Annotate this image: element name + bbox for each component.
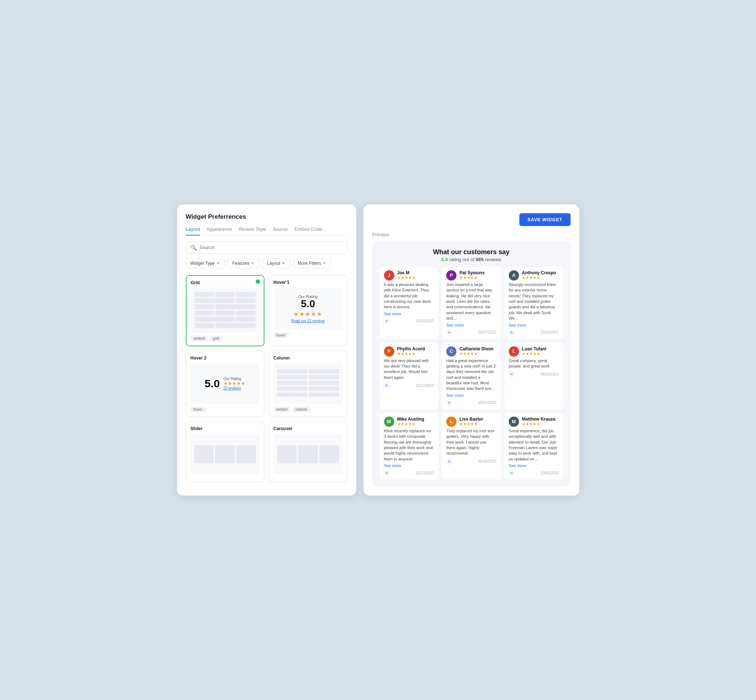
see-more-calliannie-dixon[interactable]: See more [446, 393, 496, 398]
review-date-calliannie-dixon: 10/21/2023 [478, 400, 496, 405]
reviewer-name-anthony-crespo: Anthony Crespo [522, 270, 556, 275]
review-date-joe-m: 10/30/2023 [415, 319, 434, 323]
reviewer-stars-lisa-baxter: ★★★★★ [459, 422, 483, 427]
rating-line: 5.0 rating out of 865 reviews [380, 257, 563, 262]
total-reviews: 865 [476, 257, 484, 262]
hover2-stars: ★★★★★ [223, 381, 245, 386]
grid-preview [195, 292, 256, 329]
reviewer-name-mike-austing: Mike Austing [397, 417, 424, 422]
reviewer-stars-mike-austing: ★★★★★ [397, 422, 424, 427]
see-more-mike-austing[interactable]: See more [384, 463, 434, 468]
more-filters-filter[interactable]: More Filters ▼ [293, 258, 331, 269]
tab-source[interactable]: Source [273, 227, 288, 236]
reviewer-name-luan-tufani: Luan Tufani [522, 346, 547, 352]
avatar-luan-tufani: L [509, 346, 519, 356]
preview-area: What our customers say 5.0 rating out of… [372, 241, 570, 487]
tag-embed: embed [191, 336, 208, 341]
see-more-pat-symons[interactable]: See more [446, 323, 496, 327]
review-card-pat-symons: P Pat Symons ★★★★★ Joni repaired a large… [442, 267, 501, 339]
see-more-matthew-krauza[interactable]: See more [509, 463, 559, 468]
hover1-read-reviews[interactable]: Read our 22 reviews [291, 319, 325, 323]
review-date-matthew-krauza: 10/06/2023 [540, 471, 559, 475]
review-date-luan-tufani: 09/20/2023 [540, 372, 559, 377]
review-date-mike-austing: 10/13/2023 [415, 471, 434, 475]
reviewer-header-matthew-krauza: M Matthew Krauza ★★★★★ [509, 417, 559, 427]
google-icon-luan-tufani: G [509, 371, 515, 377]
avatar-pat-symons: P [446, 270, 456, 281]
widget-card-grid[interactable]: Grid embed grid [186, 275, 264, 346]
save-widget-button[interactable]: SAVE WIDGET [519, 213, 570, 226]
google-icon-mike-austing: G [384, 470, 390, 476]
reviewer-name-matthew-krauza: Matthew Krauza [522, 417, 555, 422]
widgets-grid: Grid embed grid [186, 275, 347, 482]
reviewer-stars-luan-tufani: ★★★★★ [522, 352, 547, 356]
widget-card-hover1[interactable]: Hover 1 Our Rating 5.0 ★★★★★ Read our 22… [269, 275, 347, 346]
hover2-reviews-link[interactable]: 22 reviews [223, 386, 245, 390]
widget-card-hover2-title: Hover 2 [191, 355, 260, 361]
hover2-right-side: Our Rating ★★★★★ 22 reviews [223, 377, 245, 390]
review-date-pat-symons: 10/27/2023 [478, 330, 496, 334]
widget-card-column[interactable]: Column embed column [269, 351, 347, 417]
tab-embed-code[interactable]: Embed Code [294, 227, 322, 236]
search-input[interactable] [200, 245, 343, 250]
widget-card-slider-preview [191, 434, 260, 474]
review-card-anthony-crespo: A Anthony Crespo ★★★★★ Strongly recommen… [505, 267, 563, 339]
search-bar: 🔍 [186, 241, 347, 254]
more-filters-chevron: ▼ [322, 261, 326, 265]
slider-preview [194, 445, 256, 463]
review-card-joe-m: J Joe M ★★★★★ It was a pleasure dealing … [380, 267, 439, 339]
review-footer-lisa-baxter: G 09/18/2023 [446, 459, 496, 464]
features-chevron: ▼ [251, 261, 255, 265]
review-text-luan-tufani: Great company, great people, and great w… [509, 358, 559, 369]
review-text-joe-m: It was a pleasure dealing with Kline Ext… [384, 282, 434, 310]
see-more-joe-m[interactable]: See more [384, 312, 434, 316]
widget-type-label: Widget Type [191, 261, 215, 266]
more-filters-label: More Filters [298, 261, 321, 266]
hover1-preview: Our Rating 5.0 ★★★★★ Read our 22 reviews [288, 292, 328, 326]
widget-card-hover1-title: Hover 1 [273, 280, 343, 285]
avatar-lisa-baxter: L [446, 417, 456, 427]
layout-filter[interactable]: Layout ▼ [262, 258, 290, 269]
review-footer-anthony-crespo: G 10/26/2023 [509, 330, 559, 335]
google-icon-anthony-crespo: G [509, 330, 515, 335]
tab-review-style[interactable]: Review Style [239, 227, 266, 236]
hover2-big-num: 5.0 [205, 377, 220, 390]
hover1-stars: ★★★★★ [291, 311, 325, 317]
widget-card-hover1-preview: Our Rating 5.0 ★★★★★ Read our 22 reviews [273, 288, 343, 330]
reviewer-stars-anthony-crespo: ★★★★★ [522, 275, 556, 280]
reviewer-stars-pat-symons: ★★★★★ [459, 275, 484, 280]
avatar-anthony-crespo: A [509, 270, 519, 281]
widget-card-grid-preview [191, 288, 259, 333]
google-icon-calliannie-dixon: G [446, 400, 452, 406]
widget-card-grid-tags: embed grid [191, 336, 259, 341]
review-date-anthony-crespo: 10/26/2023 [540, 330, 559, 334]
widget-card-hover2[interactable]: Hover 2 5.0 Our Rating ★★★★★ 22 reviews … [186, 351, 264, 417]
reviewer-header-lisa-baxter: L Lisa Baxter ★★★★★ [446, 417, 496, 427]
avatar-phyllis-acord: P [384, 346, 394, 356]
tag-grid: grid [210, 336, 222, 341]
widget-card-carousel-title: Carousel [273, 426, 343, 431]
see-more-anthony-crespo[interactable]: See more [509, 323, 559, 327]
tab-layout[interactable]: Layout [186, 227, 200, 236]
reviewer-name-pat-symons: Pat Symons [459, 270, 484, 275]
widget-card-column-preview [273, 364, 343, 404]
widget-type-filter[interactable]: Widget Type ▼ [186, 258, 225, 269]
hover1-rating: 5.0 [291, 299, 325, 309]
layout-label: Layout [267, 261, 280, 266]
widget-card-carousel[interactable]: Carousel [269, 421, 347, 482]
widget-card-slider[interactable]: Slider [186, 421, 264, 482]
review-date-phyllis-acord: 10/12/2023 [415, 384, 434, 388]
review-date-lisa-baxter: 09/18/2023 [478, 459, 496, 463]
selected-indicator [256, 280, 260, 284]
review-card-luan-tufani: L Luan Tufani ★★★★★ Great company, great… [505, 343, 563, 409]
avatar-matthew-krauza: M [509, 417, 519, 427]
widget-card-carousel-preview [273, 434, 343, 474]
column-preview [277, 369, 339, 398]
widget-card-slider-title: Slider [191, 426, 260, 431]
review-card-mike-austing: M Mike Austing ★★★★★ Kline recently repl… [380, 413, 439, 480]
google-icon-matthew-krauza: G [509, 470, 515, 476]
google-icon-lisa-baxter: G [446, 459, 452, 464]
filters: Widget Type ▼ Features ▼ Layout ▼ More F… [186, 258, 347, 269]
features-filter[interactable]: Features ▼ [228, 258, 259, 269]
tab-appearance[interactable]: Appearence [207, 227, 232, 236]
